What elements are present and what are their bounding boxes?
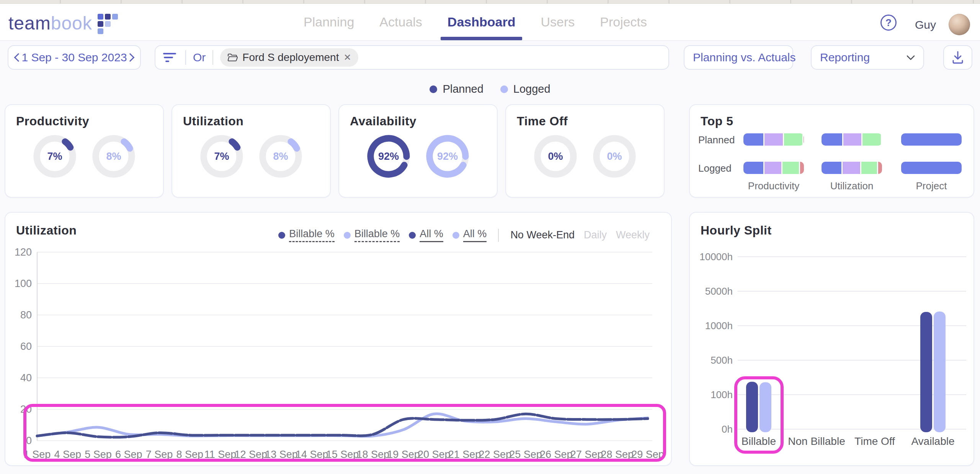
legend-label: Planned [443,83,483,95]
bar-segment-purple [843,162,860,174]
filter-operator[interactable]: Or [193,51,206,64]
svg-text:0h: 0h [722,423,733,435]
view-select-value: Planning vs. Actuals [693,51,796,64]
filter-bar[interactable]: Or Ford S deployement ✕ [155,45,669,70]
bar-segment-blue [822,133,842,146]
dark-dot-icon [430,85,437,93]
hourly-split-bar-chart[interactable]: 0h100h500h1000h5000h10000hBillableNon Bi… [690,213,975,467]
hourly-split-panel: Hourly Split 0h100h500h1000h5000h10000hB… [689,212,974,466]
avatar[interactable] [949,14,970,35]
nav-tab-planning[interactable]: Planning [304,4,354,40]
svg-text:29 Sep: 29 Sep [631,449,664,460]
donut-value: 8% [92,135,135,178]
logo-grid-cell [112,14,118,20]
legend-item-logged: Logged [500,83,550,95]
donut-light: 0% [593,135,636,178]
kpi-card-utilization: Utilization7%8% [172,104,331,198]
planned-logged-legend: PlannedLogged [383,83,597,95]
legend-label: Logged [513,83,550,95]
svg-text:Non Billable: Non Billable [788,435,845,447]
svg-text:22 Sep: 22 Sep [479,449,511,460]
help-icon[interactable]: ? [880,15,897,31]
svg-text:13 Sep: 13 Sep [265,449,298,460]
nav-tab-projects[interactable]: Projects [600,4,647,40]
svg-text:500h: 500h [710,354,733,366]
donut-value: 7% [200,135,243,178]
chip-remove-icon[interactable]: ✕ [343,52,351,63]
nav-tab-dashboard[interactable]: Dashboard [448,4,516,40]
view-select[interactable]: Planning vs. Actuals [684,45,793,70]
svg-text:28 Sep: 28 Sep [601,449,634,460]
donut-value: 92% [367,135,410,178]
logo-team-text: team [8,13,51,33]
svg-text:14 Sep: 14 Sep [296,449,328,460]
svg-text:6 Sep: 6 Sep [115,449,142,460]
svg-text:1000h: 1000h [705,320,733,331]
teambook-logo[interactable]: teambook [8,12,118,34]
kpi-card-title: Time Off [517,114,568,128]
svg-text:26 Sep: 26 Sep [540,449,573,460]
top5-bar-planned-project[interactable] [901,133,962,146]
svg-text:100: 100 [15,278,32,289]
svg-text:80: 80 [20,309,32,321]
donut-value: 0% [534,135,577,178]
bar-segment-purple [843,133,861,146]
logo-grid-cell [105,21,111,27]
bar-segment-blue [901,162,962,174]
svg-text:Time Off: Time Off [854,435,895,447]
donut-light: 8% [259,135,302,178]
legend-item-planned: Planned [430,83,483,95]
svg-text:1 Sep: 1 Sep [24,449,51,460]
top5-bar-logged-productivity[interactable] [743,162,804,174]
utilization-line-chart[interactable]: 0204060801001201 Sep4 Sep5 Sep6 Sep7 Sep… [5,213,673,467]
logo-grid-icon [98,14,118,34]
project-filter-chip[interactable]: Ford S deployement ✕ [220,48,358,67]
top5-bar-planned-productivity[interactable] [743,133,804,146]
bar-segment-blue [822,162,841,174]
svg-text:7 Sep: 7 Sep [146,449,173,460]
light-dot-icon [500,85,508,93]
bar-segment-red [882,133,882,146]
donut-value: 8% [259,135,302,178]
nav-tab-actuals[interactable]: Actuals [379,4,422,40]
nav-tab-users[interactable]: Users [541,4,575,40]
logo-grid-cell [98,21,103,27]
filter-lines-icon[interactable] [163,53,178,62]
donut-light: 92% [426,135,469,178]
mode-select-value: Reporting [820,51,870,64]
svg-text:21 Sep: 21 Sep [448,449,481,460]
svg-text:18 Sep: 18 Sep [356,449,389,460]
kpi-card-time-off: Time Off0%0% [505,104,665,198]
top5-bar-logged-project[interactable] [901,162,962,174]
logo-grid-cell [105,14,111,20]
top5-card: Top 5 PlannedLoggedProductivityUtilizati… [689,104,974,198]
bar-segment-green [782,162,799,174]
next-period-icon[interactable] [126,53,135,62]
svg-text:0: 0 [26,435,32,446]
svg-text:20 Sep: 20 Sep [418,449,451,460]
donut-dark: 92% [367,135,410,178]
svg-text:100h: 100h [710,389,733,400]
kpi-rings: 0%0% [506,135,664,178]
bar-segment-blue [743,162,763,174]
kpi-card-availability: Availability92%92% [338,104,498,198]
top5-row-label-logged: Logged [698,162,732,174]
user-name[interactable]: Guy [915,18,936,31]
dashboard-page: teambook PlanningActualsDashboardUsersPr… [0,0,980,474]
top5-bar-planned-utilization[interactable] [822,133,882,146]
bar-segment-green [862,133,880,146]
top5-bar-logged-utilization[interactable] [822,162,882,174]
export-button[interactable] [943,45,972,70]
date-range-picker[interactable]: 1 Sep - 30 Sep 2023 [8,45,141,70]
mode-select[interactable]: Reporting [811,45,924,70]
bar-segment-green [784,133,803,146]
kpi-card-title: Productivity [16,114,89,128]
kpi-card-title: Utilization [183,114,243,128]
top5-group-label: Utilization [810,180,894,192]
svg-text:5000h: 5000h [705,285,733,297]
svg-text:4 Sep: 4 Sep [54,449,81,460]
donut-dark: 7% [33,135,76,178]
svg-text:40: 40 [20,372,32,384]
svg-text:10000h: 10000h [699,251,733,262]
bar-segment-red [800,162,804,174]
